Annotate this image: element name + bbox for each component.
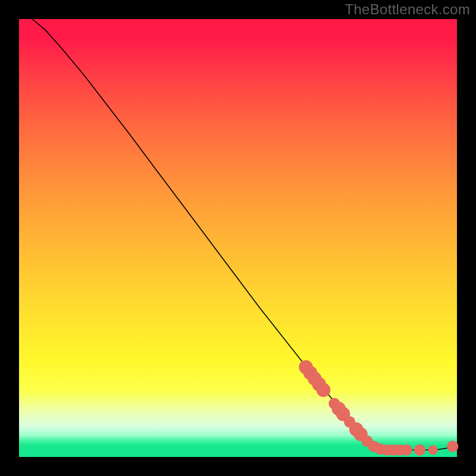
marker-point — [414, 444, 425, 456]
marker-point — [447, 441, 458, 452]
bottleneck-curve-line — [32, 19, 453, 450]
marker-point — [401, 444, 412, 456]
highlighted-markers — [299, 360, 458, 455]
watermark-text: TheBottleneck.com — [345, 1, 470, 18]
marker-point — [317, 383, 331, 397]
marker-point — [428, 445, 437, 455]
chart-plot-area — [19, 19, 457, 457]
chart-svg — [19, 19, 457, 457]
